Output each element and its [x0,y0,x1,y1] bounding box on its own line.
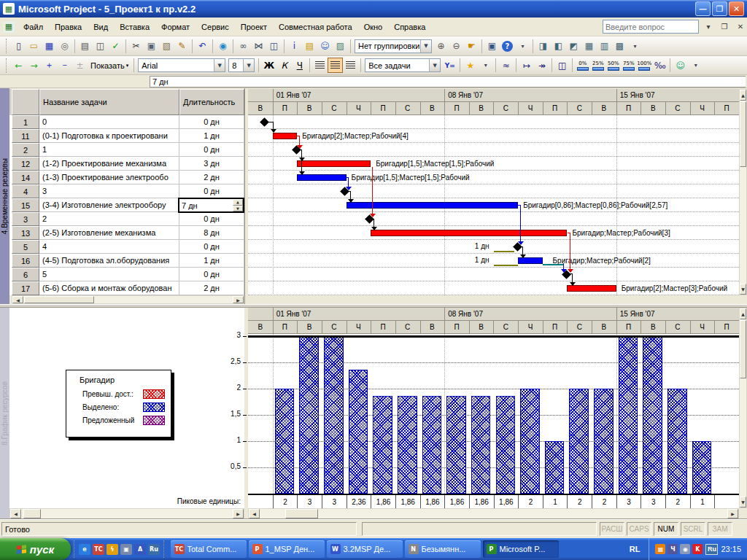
duration-spinner[interactable]: ▲ ▼ [233,199,243,211]
font-combo[interactable]: Arial▼ [138,58,225,72]
toolbar-options-chevron[interactable]: ▾ [688,58,703,73]
font-combo-arrow-icon[interactable]: ▼ [214,59,225,71]
menu-item-2[interactable]: Вид [88,20,114,34]
table-row[interactable]: 12(1-2) Проектирование механизма3 дн [9,157,244,171]
minimize-button[interactable]: — [695,1,711,16]
assign-resources-icon[interactable]: ☺ [317,39,333,54]
paste-icon[interactable]: ▧ [159,39,174,54]
menu-item-4[interactable]: Формат [155,20,196,34]
task-id-cell[interactable]: 15 [12,198,39,212]
menu-item-1[interactable]: Правка [49,20,88,34]
scroll-right-icon[interactable]: ▶ [233,509,244,518]
task-duration-cell[interactable]: 0 дн [179,184,244,198]
keyboard-layout-icon[interactable]: Ru [148,544,160,555]
statistics-icon[interactable]: ≈ [498,58,514,73]
pct-50-button[interactable]: 50% [605,58,621,73]
table-row[interactable]: 650 дн [9,268,244,281]
undo-icon[interactable]: ↶ [195,39,210,54]
search-icon[interactable]: ◎ [57,39,72,54]
scroll-thumb[interactable] [740,101,746,167]
table-row[interactable]: 14(1-3) Проектирование электрообо2 дн [9,171,244,184]
toolbar-options-chevron[interactable]: ▾ [627,39,643,54]
task-name-cell[interactable]: 1 [39,143,179,157]
menu-item-7[interactable]: Совместная работа [273,20,358,34]
language-band[interactable]: RL [630,545,640,553]
hyperlink-icon[interactable]: ◉ [215,39,231,54]
task-duration-cell[interactable]: 0 дн [179,240,244,254]
scroll-thumb[interactable] [23,509,41,518]
italic-button[interactable]: К [276,58,292,73]
task-notes-icon[interactable]: ▤ [302,39,317,54]
open-icon[interactable]: ▭ [26,39,42,54]
filter-button[interactable]: Y= [442,58,457,73]
app-icon[interactable]: ▣ [120,544,132,555]
task-duration-cell[interactable]: 1 дн [179,129,244,143]
analysis-icon-5[interactable]: ▥ [597,39,612,54]
table-row[interactable]: 430 дн [9,184,244,198]
grouping-combo[interactable]: Нет группировки▼ [355,39,432,53]
analysis-icon-6[interactable]: ▩ [612,39,627,54]
scroll-down-icon[interactable]: ▼ [740,497,746,508]
task-name-cell[interactable]: (5-6) Сборка и монтаж оборудован [39,281,179,295]
gantt-bar[interactable] [371,230,567,236]
analysis-icon-1[interactable]: ◨ [535,39,551,54]
task-information-icon[interactable]: i [287,39,302,54]
task-duration-cell[interactable]: 0 дн [179,212,244,226]
ask-dropdown-icon[interactable]: ▾ [702,20,715,33]
collaborate-icon[interactable]: ☺ [673,58,688,73]
indent-icon[interactable]: → [26,58,42,73]
task-id-cell[interactable]: 6 [12,268,39,281]
show-subtasks-icon[interactable]: ＋ [42,58,57,73]
close-doc-icon[interactable]: ✕ [734,20,747,33]
ask-question-input[interactable] [603,20,699,34]
close-button[interactable]: ✕ [729,1,744,16]
font-size-combo-arrow-icon[interactable]: ▼ [243,59,254,71]
scroll-thumb[interactable] [24,296,94,303]
tray-volume-icon[interactable]: ◉ [680,544,690,554]
align-right-button[interactable] [343,58,358,73]
task-id-cell[interactable]: 5 [12,240,39,254]
scroll-left-icon[interactable]: ◀ [249,509,260,518]
gantt-bar[interactable] [518,257,543,264]
task-name-cell[interactable]: (1-3) Проектирование электрообо [39,171,179,184]
task-name-cell[interactable]: (3-4) Изготовление электрообору [39,198,179,212]
task-id-cell[interactable]: 16 [12,254,39,268]
print-preview-icon[interactable]: ◫ [93,39,108,54]
format-painter-icon[interactable]: ✎ [174,39,190,54]
task-name-cell[interactable]: (1-2) Проектирование механизма [39,157,179,171]
task-id-cell[interactable]: 14 [12,171,39,184]
save-icon[interactable]: ▦ [42,39,57,54]
table-row[interactable]: 11(0-1) Подготовка к проектировани1 дн [9,129,244,143]
resource-timescale-days[interactable]: ВПВСЧПСВПВСЧПСВПВСЧП [248,321,739,334]
outdent-icon[interactable]: ← [11,58,26,73]
pct-100-button[interactable]: 100% [636,58,652,73]
taskbar-button-4[interactable]: PMicrosoft P... [483,540,559,558]
pct-0-button[interactable]: 0% [575,58,590,73]
table-row[interactable]: 13(2-5) Изготовление механизма8 дн [9,226,244,240]
table-row[interactable]: 16(4-5) Подготовка эл.оборудования1 дн [9,254,244,268]
gantt-bar[interactable] [297,160,371,167]
taskbar-button-3[interactable]: NБезымянн... [405,540,481,558]
grouping-combo-arrow-icon[interactable]: ▼ [420,40,431,52]
help-icon[interactable]: ? [500,39,515,54]
analysis-icon-3[interactable]: ◩ [566,39,581,54]
task-name-cell[interactable]: 4 [39,240,179,254]
table-corner-cell[interactable] [12,89,39,115]
go-to-task-icon[interactable]: ☛ [464,39,479,54]
table-row[interactable]: 540 дн [9,240,244,254]
table-row[interactable]: 320 дн [9,212,244,226]
gantt-timescale-days[interactable]: ВПВСЧПСВПВСЧПСВПВСЧП [248,102,739,115]
maximize-button[interactable]: ❐ [712,1,727,16]
task-duration-cell[interactable]: 0 дн [179,115,244,129]
spelling-icon[interactable]: ✓ [108,39,123,54]
table-horizontal-scrollbar[interactable]: ◀▶ [12,295,244,304]
toolbar-options-chevron[interactable]: ▾ [515,39,530,54]
scroll-up-icon[interactable]: ▲ [740,308,746,319]
ie-icon[interactable]: e [79,544,90,555]
pct-25-button[interactable]: 25% [590,58,605,73]
gantt-vertical-scrollbar[interactable]: ▲▼ [739,89,747,295]
task-id-cell[interactable]: 2 [12,143,39,157]
total-commander-icon[interactable]: TC [93,544,104,555]
task-name-cell[interactable]: (4-5) Подготовка эл.оборудования [39,254,179,268]
entry-bar-field[interactable]: 7 дн [150,76,746,88]
